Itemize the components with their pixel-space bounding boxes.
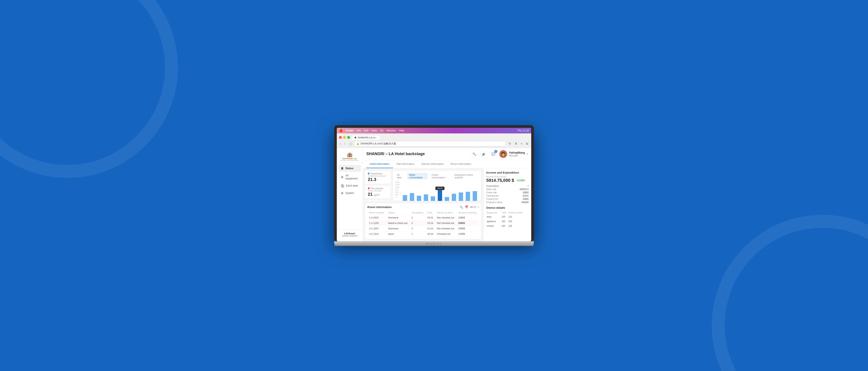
chevron-down-icon[interactable]: ▾ <box>528 185 529 187</box>
address-text: SHANGRI-LA.cn/行业解决方案 <box>361 142 396 146</box>
tab-room-information[interactable]: Room information <box>447 160 475 168</box>
svg-text:863.25t: 863.25t <box>438 187 442 189</box>
device-row: appliance 230 230 <box>487 219 528 223</box>
dev-monitor-name: monitor <box>487 224 501 228</box>
chevron-down-icon[interactable]: ▾ <box>527 153 528 155</box>
sidebar-footer: LifeSmart Industry Solutions <box>337 230 363 239</box>
chart-tab-power[interactable]: Power consumption <box>430 173 451 179</box>
menu-clock: Thu 11:22 <box>517 129 529 132</box>
col-occupancy: Occupancy <box>410 211 426 215</box>
sidebar-item-system[interactable]: 🖥 System <box>339 190 361 196</box>
cell-occupancy: 1 <box>410 231 426 237</box>
pm-dot <box>368 187 370 189</box>
menu-go[interactable]: Go <box>380 129 384 132</box>
temp-dot <box>368 173 370 175</box>
duplicate-tab-button[interactable]: ⧉ <box>525 142 529 146</box>
header-icons: 🔍 🔊 💬 3 <box>471 151 497 157</box>
y-250: 250 <box>395 194 400 196</box>
exp-cleaning-name: Cleaning fee <box>486 195 498 197</box>
table-row[interactable]: 1-1-1233 Need to check out 2 13:14 Not c… <box>367 220 479 226</box>
exp-salary-name: Employee salary <box>486 201 502 204</box>
device-row: lamp 120 120 <box>487 215 528 219</box>
chart-tabs: All data Water consumption Power consump… <box>395 173 479 179</box>
voice-button[interactable]: 🔊 <box>480 151 487 157</box>
menu-help[interactable]: Help <box>399 129 404 132</box>
area-icon: 🏠 <box>341 184 344 187</box>
sidebar-item-status[interactable]: 🖥 Status <box>339 165 361 172</box>
menu-view[interactable]: View <box>372 129 377 132</box>
menu-window[interactable]: Window <box>387 129 396 132</box>
temp-value-row: 21.3 ° <box>368 177 388 182</box>
close-button[interactable] <box>339 136 342 139</box>
temp-value: 21.3 <box>368 177 376 182</box>
exp-water-value: 183619.5 <box>520 188 529 190</box>
equipment-icon: 🖥 <box>341 175 344 179</box>
chart-area: 1500 1250 1000 750 500 250 0 <box>395 181 479 201</box>
sidebar-item-all-equipment[interactable]: 🖥 All equipment <box>339 172 361 182</box>
cell-amount: 1080$ <box>456 215 479 220</box>
back-button[interactable]: ‹ <box>339 142 342 146</box>
expenditure-header: Expenditure ▾ <box>486 185 529 187</box>
menu-bar-items: Finder File Edit View Go Window Help <box>346 129 404 132</box>
browser-tab[interactable]: SHANGRI-LA.cn... <box>352 135 380 140</box>
maximize-button[interactable] <box>347 136 350 139</box>
chart-tab-equipment[interactable]: Equipment online quantity <box>453 173 479 179</box>
add-tab-button[interactable]: + <box>520 142 523 146</box>
cell-room: 2-1-1507 <box>367 226 386 231</box>
menu-finder[interactable]: Finder <box>346 129 354 132</box>
exp-water-name: Water rate <box>486 188 496 190</box>
menu-right: Thu 11:22 <box>517 129 529 132</box>
notification-button[interactable]: 💬 3 <box>490 151 497 157</box>
monitor-icon: 🖥 <box>341 166 344 170</box>
cell-room: 2-2-1312 <box>367 231 386 237</box>
svg-rect-7 <box>403 195 407 201</box>
cell-status: Need to check out <box>386 220 410 226</box>
dev-appliance-online: 230 <box>508 219 528 223</box>
dev-col-equipment: Equipment <box>487 211 501 214</box>
chart-tab-all[interactable]: All data <box>395 173 405 179</box>
dev-lamp-total: 120 <box>501 215 508 219</box>
y-500: 500 <box>395 191 400 193</box>
tab-label: SHANGRI-LA.cn... <box>358 136 377 139</box>
laptop-base: MacBook <box>334 241 534 245</box>
nav-label-status: Status <box>345 167 353 170</box>
tab-hotel-information[interactable]: Hotel information <box>366 160 393 168</box>
chevron-down-icon[interactable]: ▾ <box>478 206 479 208</box>
share-button[interactable]: ⬆ <box>514 142 518 146</box>
minimize-button[interactable] <box>343 136 346 139</box>
chart-tab-water[interactable]: Water consumption <box>407 173 428 179</box>
user-role: Manager <box>509 154 525 157</box>
nav-label-system: System <box>345 192 354 195</box>
search-icon[interactable]: 🔍 <box>460 206 463 209</box>
table-row[interactable]: 2-1-1507 Someone 3 11:12 Not checked out… <box>367 226 479 231</box>
search-button[interactable]: 🔍 <box>471 151 477 157</box>
user-name: YatingWang <box>509 151 525 154</box>
page-title: SHANGRI – LA Hotel backstage <box>366 152 471 156</box>
income-section-title: Income and Expenditure <box>486 171 529 174</box>
tab-favicon <box>354 137 356 138</box>
tab-kitchen-information[interactable]: Kitchen information <box>418 160 447 168</box>
sidebar-toggle-button[interactable]: ⬜ <box>349 142 352 145</box>
menu-file[interactable]: File <box>357 129 361 132</box>
forward-button[interactable]: › <box>343 142 346 146</box>
menu-edit[interactable]: Edit <box>364 129 369 132</box>
svg-rect-17 <box>459 192 463 201</box>
svg-rect-15 <box>445 197 449 201</box>
address-bar[interactable]: 🔒 SHANGRI-LA.cn/行业解决方案 <box>354 141 506 147</box>
apple-icon[interactable]: 🍎 <box>339 129 343 132</box>
macos-menubar: 🍎 Finder File Edit View Go Window Help T… <box>337 128 531 133</box>
calendar-icon[interactable]: 📅 <box>465 206 468 209</box>
cell-occupancy: 2 <box>410 220 426 226</box>
room-table: Room number Status Occupancy Time check-… <box>367 211 479 237</box>
tab-hall-information[interactable]: Hall information <box>393 160 418 168</box>
nav-label-all-equipment: All equipment <box>345 174 359 180</box>
date-filter[interactable]: 08-12 <box>470 206 476 208</box>
browser-controls: ‹ › ⬜ 🔒 SHANGRI-LA.cn/行业解决方案 ↻ ⬆ + ⧉ <box>339 141 529 147</box>
dev-monitor-online: 130 <box>508 224 528 228</box>
refresh-button[interactable]: ↻ <box>508 142 512 146</box>
sidebar-item-each-area[interactable]: 🏠 Each area <box>339 182 361 189</box>
table-row[interactable]: 2-2-1312 leave 1 10:10 Checked out 1180$ <box>367 231 479 237</box>
brand-name: LifeSmart <box>339 232 361 235</box>
y-0: 0 <box>395 196 400 198</box>
table-row[interactable]: 1-2-3322 Someone 2 15:21 Not checked out… <box>367 215 479 220</box>
